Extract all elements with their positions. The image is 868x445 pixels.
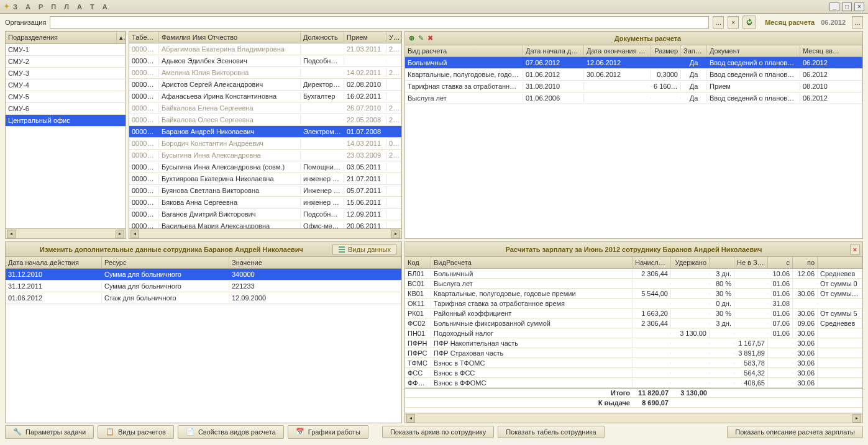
department-row[interactable]: СМУ-5	[6, 91, 126, 103]
calc-doc-row[interactable]: Квартальные, полугодовые, годов…01.06.20…	[405, 69, 862, 81]
delete-icon[interactable]: ✖	[427, 34, 433, 42]
col-hire[interactable]: Прием	[344, 32, 386, 43]
month-picker-button[interactable]: …	[852, 16, 863, 29]
show-archive-label: Показать архив по сотруднику	[390, 428, 486, 436]
refresh-button[interactable]	[742, 16, 756, 29]
scroll-right-button[interactable]: ▸	[116, 230, 124, 238]
extra-data-row[interactable]: 01.06.2012Стаж для больничного12.09.2000	[6, 292, 401, 304]
org-clear-button[interactable]: ×	[728, 16, 739, 29]
employee-row[interactable]: 000000…Абрагимова Екатерина Владимировна…	[129, 43, 401, 55]
col-zap[interactable]: Запи…	[681, 45, 707, 56]
employee-row[interactable]: 000000…Баранов Андрей НиколаевичЭлектром…	[129, 126, 401, 138]
employee-row[interactable]: 000000…Ваганов Дмитрий ВикторовичПодсобн…	[129, 209, 401, 220]
col-start[interactable]: Дата начала дей…	[523, 45, 584, 56]
scroll-left-button[interactable]: ◂	[7, 230, 16, 238]
col-end[interactable]: Дата окончания де…	[584, 45, 651, 56]
employee-row[interactable]: 000000…Амелина Юлия Викторовна14.02.2011…	[129, 67, 401, 79]
salary-row[interactable]: ПФРСПФР Страховая часть3 891,8930.06	[405, 348, 862, 358]
maximize-button[interactable]: □	[842, 2, 852, 11]
salary-row[interactable]: ОК11Тарифная ставка за отработанное врем…	[405, 299, 862, 308]
calc-types-button[interactable]: 📋Виды расчетов	[98, 425, 174, 439]
col-sal-ud[interactable]: Удержано	[671, 257, 710, 268]
employee-row[interactable]: 000000…Бусыгина Инна Александровна (совм…	[129, 161, 401, 173]
minimize-button[interactable]: _	[829, 2, 839, 11]
col-sal-nach[interactable]: Начислено	[633, 257, 671, 268]
col-sal-blank[interactable]	[710, 257, 734, 268]
employee-row[interactable]: 000000…Буянова Светлана ВикторовнаИнжене…	[129, 185, 401, 197]
work-schedules-button[interactable]: 📅Графики работы	[288, 425, 368, 439]
salary-row[interactable]: ФФМСВзнос в ФФОМС408,6530.06	[405, 378, 862, 388]
col-ex-val[interactable]: Значение	[229, 257, 401, 268]
salary-row[interactable]: БЛ01Больничный2 306,443 дн.10.0612.06Сре…	[405, 269, 862, 279]
col-sal-last[interactable]	[818, 257, 862, 268]
col-ex-date[interactable]: Дата начала действия	[6, 257, 102, 268]
departments-panel: Подразделения ▴ СМУ-1СМУ-2СМУ-3СМУ-4СМУ-…	[5, 31, 126, 239]
department-row[interactable]: СМУ-1	[6, 44, 126, 56]
calc-doc-row[interactable]: Тарифная ставка за отработанно…31.08.201…	[405, 81, 862, 92]
col-sal-po[interactable]: по	[793, 257, 818, 268]
col-tab[interactable]: Табель…	[129, 32, 159, 43]
departments-header[interactable]: Подразделения	[6, 32, 117, 43]
salary-row[interactable]: ВС01Выслуга лет80 %01.06От суммы 0	[405, 279, 862, 289]
salary-row[interactable]: ТФМСВзнос в ТФОМС583,7830.06	[405, 358, 862, 368]
col-sal-code[interactable]: Код	[405, 257, 431, 268]
employees-panel: Табель… Фамилия Имя Отчество Должность П…	[129, 31, 402, 239]
close-window-button[interactable]: ×	[854, 2, 864, 11]
col-pos[interactable]: Должность	[301, 32, 344, 43]
show-calc-desc-button[interactable]: Показать описание расчета зарплаты	[727, 426, 863, 438]
calc-props-button[interactable]: 📄Свойства видов расчета	[178, 425, 284, 439]
extra-data-row[interactable]: 31.12.2010Сумма для больничного340000	[6, 269, 401, 281]
show-archive-button[interactable]: Показать архив по сотруднику	[382, 426, 494, 438]
add-icon[interactable]: ⊕	[409, 34, 414, 42]
extra-data-row[interactable]: 31.12.2011Сумма для больничного221233	[6, 281, 401, 292]
col-size[interactable]: Размер	[651, 45, 681, 56]
salary-row[interactable]: КВ01Квартальные, полугодовые, годовые пр…	[405, 289, 862, 299]
col-doc[interactable]: Документ	[707, 45, 800, 56]
calc-doc-row[interactable]: Выслуга лет01.06.2006ДаВвод сведений о п…	[405, 92, 862, 104]
col-mon[interactable]: Месяц вв…	[800, 45, 862, 56]
salary-row[interactable]: ПН01Подоходный налог3 130,0001.0630.06	[405, 328, 862, 338]
emp-scroll-left[interactable]: ◂	[130, 230, 139, 238]
col-fio[interactable]: Фамилия Имя Отчество	[159, 32, 301, 43]
edit-icon[interactable]: ✎	[418, 34, 424, 42]
scroll-up-icon[interactable]: ▴	[117, 32, 126, 43]
employee-row[interactable]: 000000…Бякова Анна Сергеевнаинженер п…15…	[129, 197, 401, 209]
salary-close-button[interactable]: ×	[850, 245, 860, 254]
col-uv[interactable]: Ув…	[386, 32, 401, 43]
sal-scroll-left[interactable]: ◂	[406, 414, 415, 423]
employee-row[interactable]: 000000…Байкалова Елена Сергеевна26.07.20…	[129, 102, 401, 114]
department-row[interactable]: СМУ-2	[6, 56, 126, 68]
calc-doc-row[interactable]: Больничный07.06.201212.06.2012ДаВвод све…	[405, 57, 862, 69]
employee-row[interactable]: 000000…Бородич Константин Андреевич14.03…	[129, 138, 401, 150]
col-ex-res[interactable]: Ресурс	[102, 257, 229, 268]
department-row[interactable]: Центральный офис	[6, 115, 126, 127]
col-sal-s[interactable]: с	[768, 257, 793, 268]
salary-row[interactable]: ФС02Больничные фиксированной суммой2 306…	[405, 318, 862, 328]
show-tabel-button[interactable]: Показать табель сотрудника	[498, 426, 604, 438]
emp-scroll-right[interactable]: ▸	[391, 230, 400, 238]
employee-row[interactable]: 000000…Бухтиярова Екатерина Николаевнаин…	[129, 173, 401, 185]
org-field[interactable]	[50, 16, 709, 29]
salary-row[interactable]: ПФРНПФР Накопительная часть1 167,5730.06	[405, 338, 862, 348]
department-row[interactable]: СМУ-3	[6, 68, 126, 79]
department-row[interactable]: СМУ-6	[6, 103, 126, 115]
department-row[interactable]: СМУ-4	[6, 79, 126, 91]
calc-docs-panel: ⊕ ✎ ✖ Документы расчета Вид расчета Дата…	[404, 31, 863, 239]
sal-scroll-right[interactable]: ▸	[852, 414, 861, 423]
col-calc-type[interactable]: Вид расчета	[405, 45, 523, 56]
org-picker-button[interactable]: …	[713, 16, 724, 29]
employee-row[interactable]: 000000…Аристов Сергей АлександровичДирек…	[129, 79, 401, 91]
task-params-button[interactable]: 🔧Параметры задачи	[5, 425, 94, 439]
calc-docs-title: Документы расчета	[437, 35, 859, 42]
employee-row[interactable]: 000000…Адыков Эдилбек ЭсеновичПодсобны…	[129, 55, 401, 67]
employee-row[interactable]: 000000…Васильева Мария АлександровнаОфис…	[129, 220, 401, 228]
col-sal-nz[interactable]: Не в ЗПЛ	[734, 257, 768, 268]
salary-row[interactable]: ФССВзнос в ФСС564,3230.06	[405, 368, 862, 378]
col-sal-type[interactable]: ВидРасчета	[431, 257, 633, 268]
salary-row[interactable]: РК01Районный коэффициент1 663,2030 %01.0…	[405, 308, 862, 318]
employee-row[interactable]: 000000…Афанасьева Ирина КонстантиновнаБу…	[129, 91, 401, 102]
list-icon	[338, 246, 345, 253]
data-types-button[interactable]: Виды данных	[332, 244, 396, 255]
employee-row[interactable]: 000000…Бусыгина Инна Александровна23.03.…	[129, 150, 401, 161]
employee-row[interactable]: 000000…Байкалова Олеся Сергеевна22.05.20…	[129, 114, 401, 126]
